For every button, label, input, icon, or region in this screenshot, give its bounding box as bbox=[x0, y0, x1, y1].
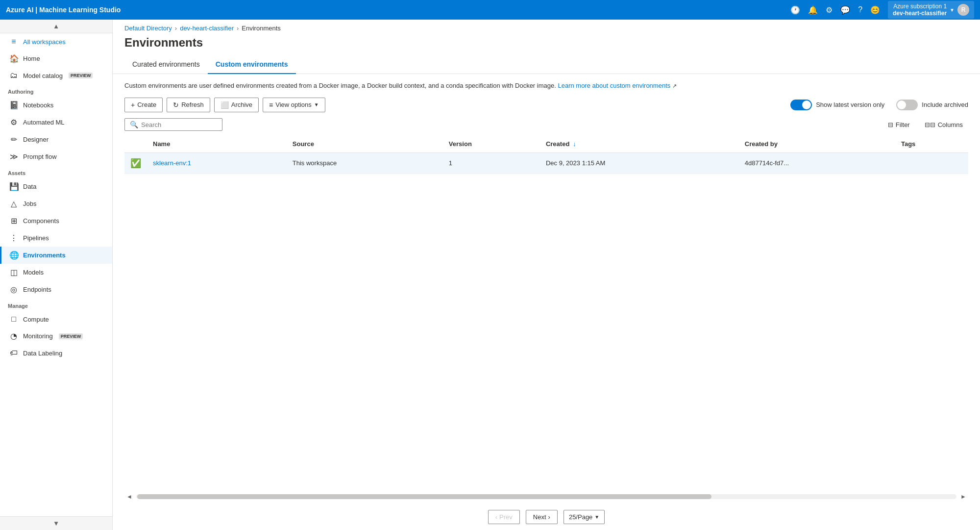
help-icon[interactable]: ? bbox=[858, 5, 862, 14]
pipelines-icon: ⋮ bbox=[9, 233, 18, 243]
col-header-source[interactable]: Source bbox=[287, 135, 443, 153]
col-header-name[interactable]: Name bbox=[147, 135, 287, 153]
breadcrumb-workspace[interactable]: dev-heart-classifier bbox=[180, 25, 234, 32]
breadcrumb: Default Directory › dev-heart-classifier… bbox=[113, 20, 980, 32]
environments-icon: 🌐 bbox=[9, 251, 18, 260]
toggle-thumb bbox=[802, 101, 811, 109]
env-link[interactable]: sklearn-env:1 bbox=[153, 159, 191, 167]
breadcrumb-current: Environments bbox=[242, 25, 280, 32]
all-workspaces-label: All workspaces bbox=[23, 38, 66, 46]
scroll-left-arrow[interactable]: ◄ bbox=[124, 491, 134, 502]
show-latest-toggle[interactable] bbox=[790, 100, 812, 110]
description: Custom environments are user defined env… bbox=[113, 74, 980, 98]
columns-button[interactable]: ⊟⊟ Columns bbox=[919, 118, 968, 131]
show-latest-label: Show latest version only bbox=[816, 101, 884, 108]
sort-arrow-created: ↓ bbox=[573, 140, 576, 148]
create-button[interactable]: + Create bbox=[124, 98, 163, 112]
row-created-cell: Dec 9, 2023 1:15 AM bbox=[540, 152, 739, 174]
prompt-flow-icon: ≫ bbox=[9, 152, 18, 161]
include-archived-toggle[interactable] bbox=[896, 100, 918, 110]
sidebar-item-compute[interactable]: □ Compute bbox=[0, 311, 112, 328]
bell-icon[interactable]: 🔔 bbox=[808, 5, 818, 15]
environments-table: Name Source Version Created ↓ Created by… bbox=[124, 135, 968, 174]
manage-section-label: Manage bbox=[0, 298, 112, 311]
history-icon[interactable]: 🕐 bbox=[790, 5, 800, 15]
toolbar: + Create ↻ Refresh ⬜ Archive ≡ View opti… bbox=[113, 98, 980, 118]
sidebar-item-home-label: Home bbox=[23, 55, 40, 62]
learn-more-link[interactable]: Learn more about custom environments bbox=[558, 82, 670, 89]
sidebar-item-data[interactable]: 💾 Data bbox=[0, 178, 112, 195]
sidebar-item-pipelines[interactable]: ⋮ Pipelines bbox=[0, 229, 112, 247]
sidebar-item-environments[interactable]: 🌐 Environments bbox=[0, 247, 112, 264]
sidebar-item-components-label: Components bbox=[23, 217, 59, 225]
breadcrumb-default-directory[interactable]: Default Directory bbox=[124, 25, 172, 32]
view-options-icon: ≡ bbox=[269, 101, 273, 109]
breadcrumb-sep-2: › bbox=[237, 25, 239, 32]
automated-ml-icon: ⚙ bbox=[9, 118, 18, 127]
sidebar-item-jobs[interactable]: △ Jobs bbox=[0, 195, 112, 212]
user-smile-icon[interactable]: 😊 bbox=[870, 5, 880, 15]
sidebar-item-monitoring-label: Monitoring bbox=[23, 332, 53, 340]
page-size-select[interactable]: 25/Page ▼ bbox=[564, 510, 605, 524]
col-header-created-by[interactable]: Created by bbox=[739, 135, 895, 153]
sidebar-item-components[interactable]: ⊞ Components bbox=[0, 212, 112, 229]
subscription-label: Azure subscription 1 bbox=[893, 3, 947, 10]
prev-icon: ‹ bbox=[495, 513, 497, 521]
filter-button[interactable]: ⊟ Filter bbox=[882, 118, 915, 131]
scrollbar-track[interactable] bbox=[136, 494, 956, 499]
notebooks-icon: 📓 bbox=[9, 101, 18, 110]
row-checkbox-cell: ✅ bbox=[124, 152, 147, 174]
settings-icon[interactable]: ⚙ bbox=[826, 5, 833, 15]
sidebar-scroll-up[interactable]: ▲ bbox=[0, 20, 112, 33]
row-checkbox-icon[interactable]: ✅ bbox=[130, 158, 141, 168]
components-icon: ⊞ bbox=[9, 216, 18, 226]
feedback-icon[interactable]: 💬 bbox=[840, 5, 850, 15]
sidebar-item-prompt-flow[interactable]: ≫ Prompt flow bbox=[0, 148, 112, 165]
next-page-button[interactable]: Next › bbox=[526, 510, 558, 524]
col-header-created[interactable]: Created ↓ bbox=[540, 135, 739, 153]
sidebar-item-home[interactable]: 🏠 Home bbox=[0, 50, 112, 67]
tab-curated-environments[interactable]: Curated environments bbox=[124, 55, 208, 74]
sidebar-item-endpoints[interactable]: ◎ Endpoints bbox=[0, 281, 112, 298]
sidebar-item-environments-label: Environments bbox=[23, 252, 66, 259]
workspace-label: dev-heart-classifier bbox=[893, 10, 947, 17]
sidebar-item-jobs-label: Jobs bbox=[23, 200, 36, 207]
include-archived-label: Include archived bbox=[922, 101, 968, 108]
horizontal-scrollbar: ◄ ► bbox=[124, 487, 968, 504]
sidebar-item-model-catalog[interactable]: 🗂 Model catalog PREVIEW bbox=[0, 67, 112, 84]
next-icon: › bbox=[548, 513, 550, 521]
page-size-chevron-icon: ▼ bbox=[594, 514, 599, 520]
scroll-right-arrow[interactable]: ► bbox=[958, 491, 968, 502]
user-account[interactable]: Azure subscription 1 dev-heart-classifie… bbox=[888, 1, 974, 19]
sidebar-item-model-catalog-label: Model catalog bbox=[23, 72, 63, 79]
sidebar-item-all-workspaces[interactable]: ≡ All workspaces bbox=[0, 33, 112, 50]
view-options-button[interactable]: ≡ View options ▼ bbox=[263, 98, 325, 112]
home-icon: 🏠 bbox=[9, 54, 18, 63]
tab-custom-environments[interactable]: Custom environments bbox=[208, 55, 296, 74]
endpoints-icon: ◎ bbox=[9, 285, 18, 294]
col-header-tags[interactable]: Tags bbox=[895, 135, 968, 153]
app-title: Azure AI | Machine Learning Studio bbox=[6, 6, 786, 14]
sidebar-item-notebooks[interactable]: 📓 Notebooks bbox=[0, 97, 112, 114]
tabs: Curated environments Custom environments bbox=[113, 55, 980, 74]
row-tags-cell bbox=[895, 152, 968, 174]
row-source-cell: This workspace bbox=[287, 152, 443, 174]
create-icon: + bbox=[131, 101, 135, 109]
col-header-version[interactable]: Version bbox=[443, 135, 540, 153]
sidebar-item-pipelines-label: Pipelines bbox=[23, 234, 49, 242]
table-row[interactable]: ✅ sklearn-env:1 This workspace 1 Dec 9, … bbox=[124, 152, 968, 174]
sidebar-scroll-down[interactable]: ▼ bbox=[0, 516, 112, 530]
sidebar-item-designer[interactable]: ✏ Designer bbox=[0, 131, 112, 148]
refresh-button[interactable]: ↻ Refresh bbox=[167, 98, 210, 112]
sidebar-item-data-labeling[interactable]: 🏷 Data Labeling bbox=[0, 345, 112, 361]
prev-page-button[interactable]: ‹ Prev bbox=[488, 510, 520, 524]
row-created-by-cell: 4d87714c-fd7... bbox=[739, 152, 895, 174]
designer-icon: ✏ bbox=[9, 135, 18, 144]
sidebar-item-models-label: Models bbox=[23, 269, 44, 276]
sidebar-item-models[interactable]: ◫ Models bbox=[0, 264, 112, 281]
sidebar-item-automated-ml[interactable]: ⚙ Automated ML bbox=[0, 114, 112, 131]
sidebar-item-monitoring[interactable]: ◔ Monitoring PREVIEW bbox=[0, 328, 112, 345]
models-icon: ◫ bbox=[9, 268, 18, 277]
archive-button[interactable]: ⬜ Archive bbox=[214, 98, 259, 112]
search-input[interactable] bbox=[141, 121, 217, 128]
